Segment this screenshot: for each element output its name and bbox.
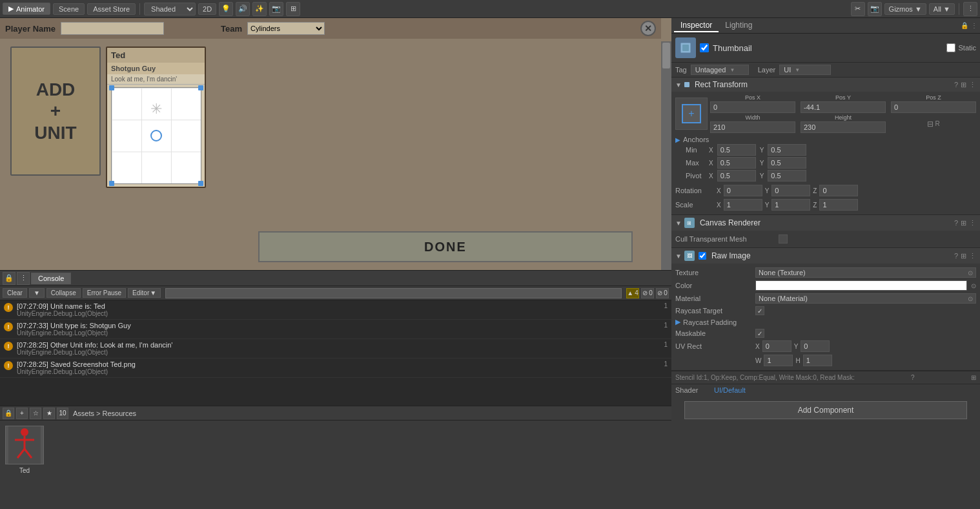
close-button[interactable]: ✕ xyxy=(640,21,656,36)
texture-value[interactable]: None (Texture) ⊙ xyxy=(755,267,976,278)
color-eyedropper-icon[interactable]: ⊙ xyxy=(971,282,976,289)
scale-y-input[interactable] xyxy=(771,199,810,211)
rt-lock-btn[interactable]: ⊞ xyxy=(961,81,966,89)
max-y-input[interactable] xyxy=(768,157,806,169)
layer-value-dropdown[interactable]: UI ▼ xyxy=(779,65,831,75)
height-input[interactable] xyxy=(801,121,886,133)
console-log-entry[interactable]: ! [07:28:25] Other Unit info: Look at me… xyxy=(0,339,671,358)
uvrect-h-input[interactable] xyxy=(803,355,832,366)
inspector-lock-icon[interactable]: 🔒 xyxy=(961,22,968,29)
unit-card-ted[interactable]: Ted Shotgun Guy Look at me, I'm dancin' … xyxy=(106,47,206,188)
dots-icon[interactable]: ⋮ xyxy=(963,2,977,16)
camera-icon[interactable]: 📷 xyxy=(269,2,283,16)
uvrect-w-input[interactable] xyxy=(764,355,793,366)
assets-star-icon[interactable]: ★ xyxy=(43,408,55,419)
dots-menu-icon[interactable]: ⋮ xyxy=(17,272,30,285)
max-x-input[interactable] xyxy=(717,157,756,169)
error-pause-button[interactable]: Error Pause xyxy=(83,288,126,298)
light-icon[interactable]: 💡 xyxy=(219,2,233,16)
console-log-entry[interactable]: ! [07:27:33] Unit type is: Shotgun Guy U… xyxy=(0,320,671,339)
editor-button[interactable]: Editor▼ xyxy=(128,288,161,298)
handle-tl[interactable] xyxy=(109,85,114,90)
tab-animator[interactable]: ▶ Animator xyxy=(3,3,50,15)
raycast-padding-expand[interactable]: ▶ xyxy=(675,318,680,326)
pos-x-input[interactable] xyxy=(710,101,795,113)
asset-item[interactable]: Ted xyxy=(5,426,44,474)
add-unit-card[interactable]: ADD + UNIT xyxy=(10,47,101,176)
rect-transform-header[interactable]: ▼ Rect Transform ? ⊞ ⋮ xyxy=(671,78,980,92)
material-value[interactable]: None (Material) ⊙ xyxy=(755,293,976,304)
rotation-y-input[interactable] xyxy=(771,185,810,196)
tag-value-dropdown[interactable]: Untagged ▼ xyxy=(691,65,749,75)
pivot-y-input[interactable] xyxy=(768,170,806,182)
rotation-z-input[interactable] xyxy=(819,185,858,196)
handle-br[interactable] xyxy=(198,181,203,186)
inspector-dots-icon[interactable]: ⋮ xyxy=(971,22,977,29)
rt-menu-btn[interactable]: ⋮ xyxy=(969,81,976,89)
rt-info-btn[interactable]: ? xyxy=(954,81,958,88)
tab-asset-store[interactable]: Asset Store xyxy=(87,3,136,15)
maskable-checkbox[interactable]: ✓ xyxy=(755,329,764,338)
inspector-scroll[interactable]: Thumbnail Static Tag Untagged ▼ Layer UI… xyxy=(671,34,980,509)
console-tab[interactable]: Console xyxy=(31,273,71,284)
ri-info-btn[interactable]: ? xyxy=(954,252,958,260)
console-log-entry[interactable]: ! [07:27:09] Unit name is: Ted UnityEngi… xyxy=(0,300,671,320)
color-swatch[interactable] xyxy=(755,280,967,291)
cr-lock-btn[interactable]: ⊞ xyxy=(961,219,966,227)
ri-lock-btn[interactable]: ⊞ xyxy=(961,252,966,260)
rt-anchor-widget[interactable]: + xyxy=(675,98,708,130)
cr-menu-btn[interactable]: ⋮ xyxy=(969,219,976,227)
assets-lock-icon[interactable]: 🔒 xyxy=(3,408,14,419)
team-select[interactable]: Cylinders xyxy=(247,22,325,35)
shading-select[interactable]: Shaded xyxy=(144,3,196,16)
console-log-entry[interactable]: ! [07:28:25] Saved Screenshot Ted.png Un… xyxy=(0,358,671,378)
gizmos-button[interactable]: Gizmos ▼ xyxy=(884,3,926,15)
lock-icon[interactable]: 🔒 xyxy=(3,272,15,285)
clear-dropdown[interactable]: ▼ xyxy=(29,288,45,298)
uvrect-y-input[interactable] xyxy=(801,340,830,352)
static-checkbox[interactable] xyxy=(946,43,955,52)
player-name-input[interactable] xyxy=(61,22,164,35)
add-component-button[interactable]: Add Component xyxy=(684,401,967,419)
cull-transparent-checkbox[interactable] xyxy=(779,234,788,244)
ri-menu-btn[interactable]: ⋮ xyxy=(969,252,976,260)
handle-tr[interactable] xyxy=(198,85,203,90)
scale-z-input[interactable] xyxy=(819,199,858,211)
min-y-input[interactable] xyxy=(768,144,806,156)
move-icon[interactable]: ✂ xyxy=(851,2,865,16)
raw-image-header[interactable]: ▼ 🖼 Raw Image ? ⊞ ⋮ xyxy=(671,248,980,264)
object-active-checkbox[interactable] xyxy=(700,43,709,52)
clear-button[interactable]: Clear xyxy=(3,288,27,298)
scene-scrollbar[interactable] xyxy=(661,41,671,270)
pivot-x-input[interactable] xyxy=(717,170,756,182)
min-x-input[interactable] xyxy=(717,144,756,156)
done-button[interactable]: DONE xyxy=(258,231,633,262)
assets-zoom-icon[interactable]: 10 xyxy=(57,408,68,419)
rotation-x-input[interactable] xyxy=(724,185,762,196)
inspector-tab[interactable]: Inspector xyxy=(674,19,719,32)
pos-y-input[interactable] xyxy=(801,101,886,113)
assets-add-icon[interactable]: + xyxy=(16,408,28,419)
scrollbar-thumb[interactable] xyxy=(662,43,670,68)
2d-button[interactable]: 2D xyxy=(198,3,216,15)
effects-icon[interactable]: ✨ xyxy=(252,2,267,16)
lighting-tab[interactable]: Lighting xyxy=(719,19,759,32)
ri-active-checkbox[interactable] xyxy=(699,252,706,260)
width-input[interactable] xyxy=(710,121,795,133)
cr-info-btn[interactable]: ? xyxy=(954,219,958,227)
canvas-renderer-header[interactable]: ▼ ⊞ Canvas Renderer ? ⊞ ⋮ xyxy=(671,215,980,231)
stencil-dots-icon[interactable]: ⊞ xyxy=(971,374,976,381)
console-search-input[interactable] xyxy=(165,288,622,298)
pos-z-input[interactable] xyxy=(891,101,976,113)
assets-bookmark-icon[interactable]: ☆ xyxy=(30,408,41,419)
scale-x-input[interactable] xyxy=(724,199,762,211)
rotate-icon[interactable]: 📷 xyxy=(868,2,882,16)
collapse-button[interactable]: Collapse xyxy=(46,288,81,298)
anchors-header[interactable]: ▶ Anchors xyxy=(675,136,976,143)
shader-value[interactable]: UI/Default xyxy=(714,386,746,394)
grid-icon[interactable]: ⊞ xyxy=(286,2,300,16)
uvrect-x-input[interactable] xyxy=(762,340,791,352)
audio-icon[interactable]: 🔊 xyxy=(236,2,250,16)
all-button[interactable]: All ▼ xyxy=(929,3,955,15)
handle-bl[interactable] xyxy=(109,181,114,186)
